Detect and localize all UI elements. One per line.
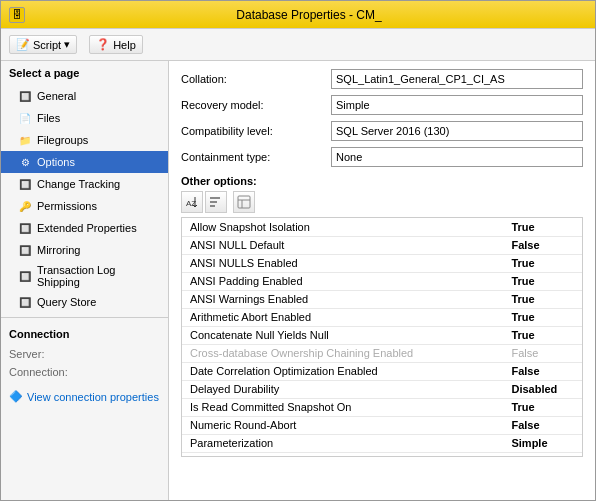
- option-name: Parameterization: [182, 434, 507, 452]
- sidebar-header: Select a page: [1, 61, 168, 85]
- option-value: True: [507, 272, 582, 290]
- sidebar-item-query-store[interactable]: 🔲 Query Store: [1, 291, 168, 313]
- table-row[interactable]: ANSI Warnings EnabledTrue: [182, 290, 582, 308]
- option-value: True: [507, 290, 582, 308]
- sidebar-item-options[interactable]: ⚙ Options: [1, 151, 168, 173]
- sidebar-item-transaction-log-shipping[interactable]: 🔲 Transaction Log Shipping: [1, 261, 168, 291]
- sidebar-item-files[interactable]: 📄 Files: [1, 107, 168, 129]
- script-button[interactable]: 📝 Script ▾: [9, 35, 77, 54]
- svg-rect-4: [210, 205, 215, 207]
- svg-rect-3: [210, 201, 217, 203]
- table-row[interactable]: Is Read Committed Snapshot OnTrue: [182, 398, 582, 416]
- script-label: Script: [33, 39, 61, 51]
- help-label: Help: [113, 39, 136, 51]
- files-icon: 📄: [17, 110, 33, 126]
- option-value: True: [507, 218, 582, 236]
- filegroups-icon: 📁: [17, 132, 33, 148]
- option-value: True: [507, 326, 582, 344]
- table-row[interactable]: Concatenate Null Yields NullTrue: [182, 326, 582, 344]
- sort-category-icon: [209, 195, 223, 209]
- query-store-icon: 🔲: [17, 294, 33, 310]
- sidebar-item-extended-properties[interactable]: 🔲 Extended Properties: [1, 217, 168, 239]
- table-row[interactable]: Quoted Identifiers EnabledTrue: [182, 452, 582, 457]
- title-bar-title: Database Properties - CM_: [31, 8, 587, 22]
- sidebar-item-label: Permissions: [37, 200, 97, 212]
- server-info: Server: Connection:: [1, 344, 168, 384]
- table-row[interactable]: ParameterizationSimple: [182, 434, 582, 452]
- option-value: True: [507, 254, 582, 272]
- log-shipping-icon: 🔲: [17, 268, 33, 284]
- dropdown-arrow: ▾: [64, 38, 70, 51]
- sidebar-item-filegroups[interactable]: 📁 Filegroups: [1, 129, 168, 151]
- option-value: False: [507, 416, 582, 434]
- info-icon: [237, 195, 251, 209]
- option-value: True: [507, 398, 582, 416]
- options-sort-az-button[interactable]: AZ: [181, 191, 203, 213]
- option-name: Allow Snapshot Isolation: [182, 218, 507, 236]
- sidebar-item-change-tracking[interactable]: 🔲 Change Tracking: [1, 173, 168, 195]
- help-icon: ❓: [96, 38, 110, 51]
- table-row[interactable]: Delayed DurabilityDisabled: [182, 380, 582, 398]
- table-row[interactable]: ANSI NULL DefaultFalse: [182, 236, 582, 254]
- db-icon: 🗄: [12, 9, 22, 20]
- sidebar-item-mirroring[interactable]: 🔲 Mirroring: [1, 239, 168, 261]
- option-name: Date Correlation Optimization Enabled: [182, 362, 507, 380]
- connection-label: Connection:: [9, 366, 160, 378]
- view-connection-properties-link[interactable]: 🔷 View connection properties: [1, 384, 168, 409]
- options-icon: ⚙: [17, 154, 33, 170]
- options-container[interactable]: Allow Snapshot IsolationTrueANSI NULL De…: [181, 217, 583, 457]
- sidebar-item-label: Mirroring: [37, 244, 80, 256]
- view-props-text: View connection properties: [27, 391, 159, 403]
- option-value: False: [507, 236, 582, 254]
- option-value: True: [507, 452, 582, 457]
- options-info-button[interactable]: [233, 191, 255, 213]
- main-content: Collation: Recovery model: Compatibility…: [169, 61, 595, 500]
- change-tracking-icon: 🔲: [17, 176, 33, 192]
- extended-properties-icon: 🔲: [17, 220, 33, 236]
- option-value: False: [507, 344, 582, 362]
- other-options-label: Other options:: [181, 175, 583, 187]
- sidebar-item-general[interactable]: 🔲 General: [1, 85, 168, 107]
- option-value: True: [507, 308, 582, 326]
- mirroring-icon: 🔲: [17, 242, 33, 258]
- sidebar-item-label: Filegroups: [37, 134, 88, 146]
- svg-rect-2: [210, 197, 220, 199]
- option-name: ANSI NULLS Enabled: [182, 254, 507, 272]
- table-row[interactable]: Arithmetic Abort EnabledTrue: [182, 308, 582, 326]
- table-row[interactable]: ANSI NULLS EnabledTrue: [182, 254, 582, 272]
- table-row[interactable]: Date Correlation Optimization EnabledFal…: [182, 362, 582, 380]
- compatibility-input[interactable]: [331, 121, 583, 141]
- option-name: ANSI Warnings Enabled: [182, 290, 507, 308]
- option-name: Quoted Identifiers Enabled: [182, 452, 507, 457]
- option-name: Cross-database Ownership Chaining Enable…: [182, 344, 507, 362]
- general-icon: 🔲: [17, 88, 33, 104]
- table-row[interactable]: Allow Snapshot IsolationTrue: [182, 218, 582, 236]
- options-toolbar: AZ: [181, 191, 583, 213]
- option-value: Disabled: [507, 380, 582, 398]
- containment-input[interactable]: [331, 147, 583, 167]
- compatibility-row: Compatibility level:: [181, 121, 583, 141]
- connection-section-header: Connection: [1, 317, 168, 344]
- sort-az-icon: AZ: [185, 195, 199, 209]
- recovery-label: Recovery model:: [181, 99, 331, 111]
- option-name: Is Read Committed Snapshot On: [182, 398, 507, 416]
- sidebar-item-permissions[interactable]: 🔑 Permissions: [1, 195, 168, 217]
- option-name: Numeric Round-Abort: [182, 416, 507, 434]
- table-row[interactable]: Numeric Round-AbortFalse: [182, 416, 582, 434]
- help-button[interactable]: ❓ Help: [89, 35, 143, 54]
- table-row[interactable]: Cross-database Ownership Chaining Enable…: [182, 344, 582, 362]
- containment-label: Containment type:: [181, 151, 331, 163]
- recovery-input[interactable]: [331, 95, 583, 115]
- recovery-row: Recovery model:: [181, 95, 583, 115]
- sidebar-item-label: Change Tracking: [37, 178, 120, 190]
- title-bar: 🗄 Database Properties - CM_: [1, 1, 595, 29]
- sidebar-item-label: General: [37, 90, 76, 102]
- collation-input[interactable]: [331, 69, 583, 89]
- options-sort-za-button[interactable]: [205, 191, 227, 213]
- option-name: Delayed Durability: [182, 380, 507, 398]
- title-bar-icon: 🗄: [9, 7, 25, 23]
- table-row[interactable]: ANSI Padding EnabledTrue: [182, 272, 582, 290]
- option-name: ANSI Padding Enabled: [182, 272, 507, 290]
- option-value: Simple: [507, 434, 582, 452]
- option-name: ANSI NULL Default: [182, 236, 507, 254]
